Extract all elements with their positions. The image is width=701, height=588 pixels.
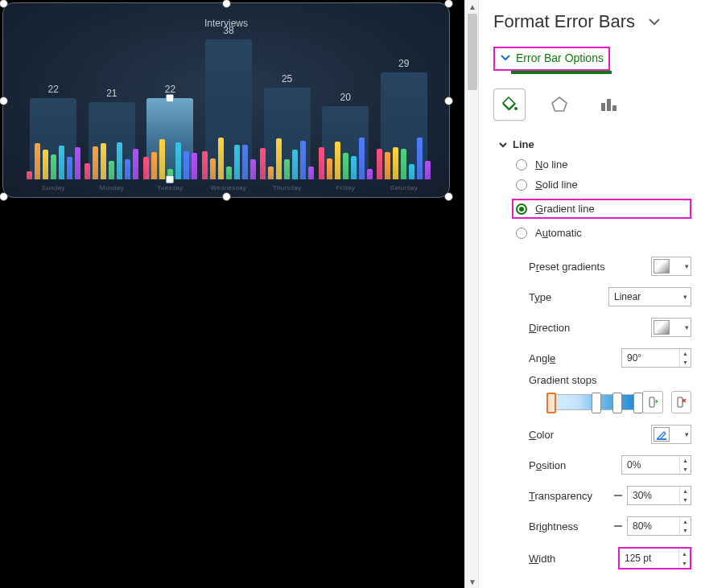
chart-plot-area[interactable]: 22Sunday21Monday22Tuesday38Wednesday25Th…: [24, 32, 433, 179]
spinner-up[interactable]: ▲: [680, 517, 691, 526]
transparency-slider[interactable]: [614, 490, 622, 501]
highlight-annotation: Gradient line: [512, 199, 691, 219]
selection-handle[interactable]: [0, 192, 8, 201]
gradient-stops-label: Gradient stops: [529, 374, 691, 386]
data-label: 20: [316, 92, 375, 103]
slide-canvas[interactable]: Interviews 22Sunday21Monday22Tuesday38We…: [0, 0, 464, 588]
active-tab-underline: [511, 71, 612, 74]
line-section-header[interactable]: Line: [498, 138, 691, 150]
line-section-label: Line: [513, 138, 534, 150]
error-bar-options-label: Error Bar Options: [516, 51, 604, 64]
width-input[interactable]: 125 pt ▲▼: [620, 549, 690, 568]
pane-options-chevron-icon[interactable]: [646, 14, 662, 30]
preset-gradients-dropdown[interactable]: ▾: [651, 257, 691, 276]
selection-handle[interactable]: [444, 192, 453, 201]
radio-solid-line[interactable]: Solid line: [516, 179, 691, 191]
mini-bar-group: [377, 138, 431, 179]
pencil-icon: [656, 429, 667, 440]
scroll-down-arrow[interactable]: ▼: [465, 575, 480, 588]
type-dropdown[interactable]: Linear▾: [608, 287, 691, 306]
bar-chart-icon: [600, 97, 619, 113]
angle-input[interactable]: 90° ▲▼: [621, 348, 691, 368]
chevron-down-icon: [500, 52, 511, 64]
spinner-up[interactable]: ▲: [679, 549, 690, 558]
chart-object[interactable]: Interviews 22Sunday21Monday22Tuesday38We…: [2, 2, 450, 198]
error-bar-handle[interactable]: [166, 94, 174, 102]
pentagon-icon: [550, 95, 569, 114]
axis-category-label: Tuesday: [141, 184, 200, 191]
add-stop-icon: [646, 396, 659, 409]
radio-no-line[interactable]: No line: [516, 158, 691, 171]
radio-automatic[interactable]: Automatic: [516, 227, 691, 239]
spinner-down[interactable]: ▼: [680, 465, 691, 474]
axis-category-label: Sunday: [24, 184, 83, 191]
gradient-stop[interactable]: [612, 393, 622, 413]
spinner-up[interactable]: ▲: [680, 349, 691, 358]
mini-bar-group: [260, 138, 314, 179]
data-label: 29: [374, 58, 433, 69]
svg-point-0: [514, 107, 518, 110]
axis-category-label: Monday: [83, 184, 142, 191]
vertical-scrollbar[interactable]: ▲ ▼: [464, 0, 479, 588]
scroll-up-arrow[interactable]: ▲: [465, 0, 480, 13]
spinner-down[interactable]: ▼: [680, 358, 691, 367]
spinner-down[interactable]: ▼: [680, 526, 691, 535]
angle-label: Angle: [529, 352, 555, 364]
selection-handle[interactable]: [444, 97, 453, 105]
svg-rect-1: [601, 103, 605, 111]
selection-handle[interactable]: [0, 97, 8, 105]
data-label: 21: [83, 88, 142, 99]
remove-gradient-stop-button[interactable]: [671, 391, 691, 413]
selection-handle[interactable]: [444, 0, 453, 8]
direction-dropdown[interactable]: ▾: [651, 318, 691, 337]
pane-title: Format Error Bars: [493, 11, 635, 32]
gradient-stops-track[interactable]: [547, 394, 634, 410]
add-gradient-stop-button[interactable]: [642, 391, 662, 413]
svg-rect-2: [607, 99, 611, 111]
preset-gradients-label: Preset gradients: [529, 261, 605, 273]
selection-handle[interactable]: [0, 0, 8, 8]
remove-stop-icon: [674, 396, 687, 409]
svg-rect-3: [612, 105, 616, 111]
axis-category-label: Thursday: [258, 184, 316, 191]
mini-bar-group: [143, 139, 197, 179]
chevron-down-icon: [498, 140, 508, 150]
color-label: Color: [529, 429, 554, 441]
scroll-thumb[interactable]: [468, 14, 477, 90]
mini-bar-group: [85, 142, 138, 179]
axis-category-label: Friday: [316, 184, 375, 191]
radio-gradient-line[interactable]: Gradient line: [516, 203, 683, 215]
highlight-annotation: Error Bar Options: [493, 47, 610, 71]
bar-options-tab[interactable]: [593, 88, 625, 121]
gradient-stop[interactable]: [633, 393, 643, 413]
brightness-slider[interactable]: [614, 520, 622, 532]
color-picker[interactable]: ▾: [651, 425, 691, 444]
brightness-input[interactable]: 80% ▲▼: [627, 516, 691, 536]
paint-bucket-icon: [500, 95, 519, 114]
data-label: 22: [141, 84, 200, 95]
gradient-stop[interactable]: [546, 393, 556, 413]
transparency-input[interactable]: 30% ▲▼: [627, 486, 691, 505]
axis-category-label: Wednesday: [200, 184, 258, 191]
data-label: 38: [200, 25, 258, 36]
selection-handle[interactable]: [222, 0, 231, 8]
format-pane: Format Error Bars Error Bar Options: [479, 0, 701, 588]
fill-and-line-tab[interactable]: [493, 88, 526, 121]
type-label: Type: [529, 291, 551, 303]
spinner-up[interactable]: ▲: [680, 487, 691, 495]
spinner-up[interactable]: ▲: [680, 456, 691, 465]
gradient-stop[interactable]: [592, 393, 601, 413]
error-bar-options-menu[interactable]: Error Bar Options: [500, 51, 604, 64]
data-label: 22: [24, 84, 83, 95]
transparency-label: Transparency: [529, 490, 592, 502]
spinner-down[interactable]: ▼: [680, 495, 691, 504]
position-input[interactable]: 0% ▲▼: [621, 455, 691, 475]
selection-handle[interactable]: [222, 192, 231, 201]
width-label: Width: [529, 553, 555, 565]
effects-tab[interactable]: [543, 88, 575, 121]
direction-label: Direction: [529, 322, 570, 334]
svg-rect-4: [649, 397, 654, 407]
svg-rect-6: [657, 438, 666, 440]
error-bar-handle[interactable]: [166, 175, 174, 183]
spinner-down[interactable]: ▼: [679, 558, 690, 568]
